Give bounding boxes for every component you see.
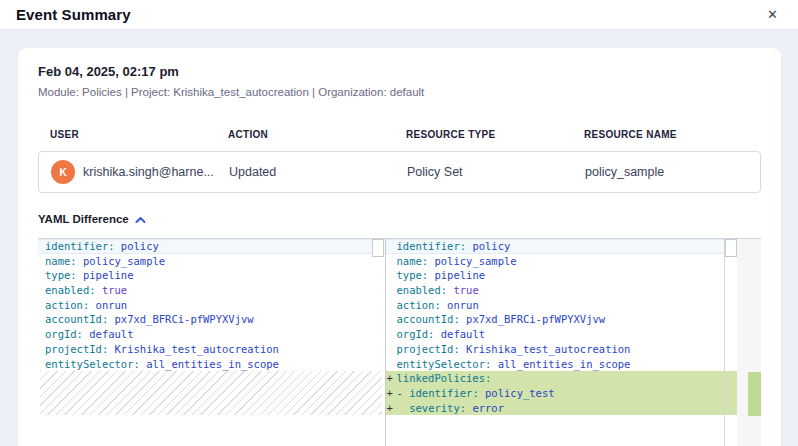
resource-type-cell: Policy Set <box>395 165 573 179</box>
chevron-up-icon[interactable] <box>135 216 146 224</box>
code-line: enabled: true <box>38 283 385 298</box>
event-card: Feb 04, 2025, 02:17 pm Module: Policies … <box>18 48 781 446</box>
diff-gutter-marker <box>387 239 397 254</box>
code-line: type: pipeline <box>38 268 385 283</box>
scrollbar-thumb[interactable] <box>372 239 384 257</box>
diff-placeholder-hatch <box>40 371 382 415</box>
user-email: krishika.singh@harne... <box>83 165 214 179</box>
code-line: name: policy_sample <box>386 254 737 269</box>
code-line: entitySelector: all_entities_in_scope <box>386 357 737 372</box>
code-line: orgId: default <box>386 327 737 342</box>
code-line: identifier: policy <box>386 239 737 254</box>
code-line: enabled: true <box>386 283 737 298</box>
user-cell: K krishika.singh@harne... <box>39 160 217 184</box>
diff-pane-original[interactable]: identifier: policyname: policy_sampletyp… <box>38 239 385 446</box>
page-title: Event Summary <box>16 6 131 23</box>
yaml-difference-toggle[interactable]: YAML Difference <box>38 213 146 225</box>
close-icon[interactable]: ✕ <box>763 6 782 23</box>
code-line: entitySelector: all_entities_in_scope <box>38 357 385 372</box>
modal-header: Event Summary ✕ <box>0 0 798 30</box>
diff-gutter-marker <box>387 312 397 327</box>
yaml-diff-editor: identifier: policyname: policy_sampletyp… <box>38 238 761 446</box>
diff-gutter-marker: + <box>387 386 397 401</box>
diff-gutter-marker <box>387 298 397 313</box>
diff-gutter-marker <box>387 327 397 342</box>
column-header-resource-name: RESOURCE NAME <box>572 129 761 140</box>
code-line: projectId: Krishika_test_autocreation <box>38 342 385 357</box>
scrollbar-lane-border <box>724 239 725 446</box>
diff-gutter-marker <box>387 342 397 357</box>
diff-gutter-marker <box>387 357 397 372</box>
scrollbar-thumb[interactable] <box>725 239 737 257</box>
code-line-added: +- identifier: policy_test <box>386 386 737 401</box>
code-line-added: + severity: error <box>386 401 737 416</box>
diff-overview-ruler[interactable] <box>737 239 761 446</box>
code-line: action: onrun <box>386 298 737 313</box>
code-line: name: policy_sample <box>38 254 385 269</box>
added-lines-ruler-mark <box>748 372 761 416</box>
code-line: projectId: Krishika_test_autocreation <box>386 342 737 357</box>
code-line: action: onrun <box>38 298 385 313</box>
code-line: type: pipeline <box>386 268 737 283</box>
diff-gutter-marker <box>387 268 397 283</box>
column-header-action: ACTION <box>216 129 394 140</box>
diff-pane-modified[interactable]: identifier: policy name: policy_sample t… <box>386 239 737 446</box>
table-row: K krishika.singh@harne... Updated Policy… <box>38 151 761 193</box>
column-header-user: USER <box>38 129 216 140</box>
diff-gutter-marker: + <box>387 371 397 386</box>
diff-gutter-marker: + <box>387 401 397 416</box>
modal-body: Feb 04, 2025, 02:17 pm Module: Policies … <box>0 30 798 446</box>
avatar: K <box>51 160 75 184</box>
diff-gutter-marker <box>387 254 397 269</box>
resource-name-cell: policy_sample <box>573 165 760 179</box>
code-line: accountId: px7xd_BFRCi-pfWPYXVjvw <box>38 312 385 327</box>
audit-table-header: USER ACTION RESOURCE TYPE RESOURCE NAME <box>38 129 761 140</box>
yaml-difference-label: YAML Difference <box>38 213 129 225</box>
action-cell: Updated <box>217 165 395 179</box>
event-context: Module: Policies | Project: Krishika_tes… <box>38 85 761 99</box>
diff-gutter-marker <box>387 283 397 298</box>
code-line: accountId: px7xd_BFRCi-pfWPYXVjvw <box>386 312 737 327</box>
code-line-added: +linkedPolicies: <box>386 371 737 386</box>
column-header-resource-type: RESOURCE TYPE <box>394 129 572 140</box>
code-line: orgId: default <box>38 327 385 342</box>
event-timestamp: Feb 04, 2025, 02:17 pm <box>38 64 761 80</box>
code-line: identifier: policy <box>38 239 385 254</box>
